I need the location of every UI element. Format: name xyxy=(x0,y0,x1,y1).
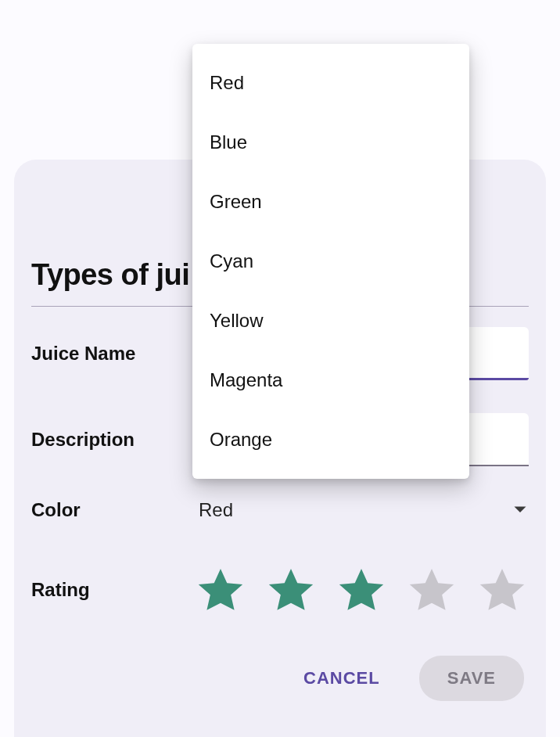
rating-stars xyxy=(194,563,529,617)
star-icon[interactable] xyxy=(264,563,318,617)
star-icon[interactable] xyxy=(194,563,247,617)
star-icon[interactable] xyxy=(476,563,529,617)
dropdown-option[interactable]: Green xyxy=(192,172,469,232)
label-juice-name: Juice Name xyxy=(31,343,196,365)
chevron-down-icon[interactable] xyxy=(512,502,529,519)
row-color: Color Red xyxy=(31,499,529,521)
actions-row: CANCEL SAVE xyxy=(31,656,529,701)
label-rating: Rating xyxy=(31,579,194,601)
cancel-button[interactable]: CANCEL xyxy=(296,659,388,698)
color-dropdown-menu: RedBlueGreenCyanYellowMagentaOrange xyxy=(192,44,469,479)
dropdown-option[interactable]: Magenta xyxy=(192,351,469,410)
color-select[interactable]: Red xyxy=(196,499,512,521)
dropdown-option[interactable]: Red xyxy=(192,53,469,113)
label-color: Color xyxy=(31,499,196,521)
save-button[interactable]: SAVE xyxy=(419,656,524,701)
star-icon[interactable] xyxy=(335,563,388,617)
row-rating: Rating xyxy=(31,563,529,617)
dropdown-option[interactable]: Yellow xyxy=(192,291,469,351)
star-icon[interactable] xyxy=(405,563,458,617)
label-description: Description xyxy=(31,429,196,451)
dropdown-option[interactable]: Blue xyxy=(192,113,469,172)
dropdown-option[interactable]: Orange xyxy=(192,410,469,469)
dropdown-option[interactable]: Cyan xyxy=(192,232,469,291)
